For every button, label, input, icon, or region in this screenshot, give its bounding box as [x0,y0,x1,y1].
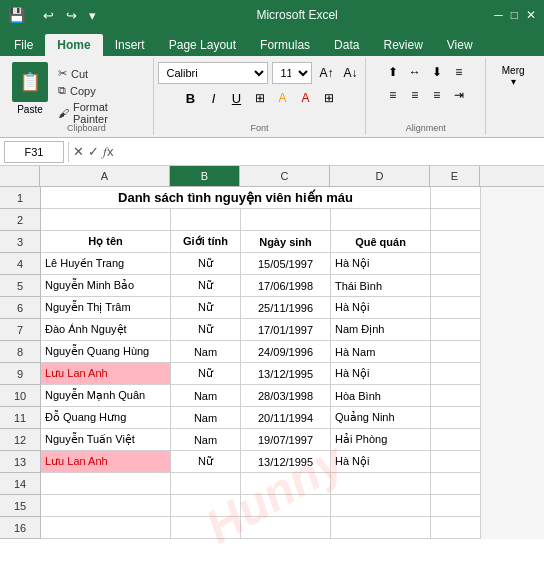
cell-b16[interactable] [171,517,241,539]
tab-formulas[interactable]: Formulas [248,34,322,56]
cell-hometown-12[interactable]: Hải Phòng [331,429,431,451]
cell-a14[interactable] [41,473,171,495]
cell-gender-9[interactable]: Nữ [171,363,241,385]
confirm-formula-icon[interactable]: ✓ [88,144,99,159]
cell-hometown-7[interactable]: Nam Định [331,319,431,341]
cell-gender-6[interactable]: Nữ [171,297,241,319]
cell-hometown-6[interactable]: Hà Nội [331,297,431,319]
tab-data[interactable]: Data [322,34,371,56]
indent-button[interactable]: ⇥ [449,85,469,105]
italic-button[interactable]: I [204,88,224,108]
cell-gender-5[interactable]: Nữ [171,275,241,297]
col-header-c[interactable]: C [240,166,330,186]
cell-gender-12[interactable]: Nam [171,429,241,451]
cell-hometown-13[interactable]: Hà Nội [331,451,431,473]
col-header-e[interactable]: E [430,166,480,186]
col-header-a[interactable]: A [40,166,170,186]
cell-c2[interactable] [241,209,331,231]
minimize-icon[interactable]: ─ [494,8,503,22]
cell-a2[interactable] [41,209,171,231]
border-button[interactable]: ⊞ [250,88,270,108]
align-right-button[interactable]: ≡ [427,85,447,105]
header-gender[interactable]: Giới tính [171,231,241,253]
cancel-formula-icon[interactable]: ✕ [73,144,84,159]
customize-icon[interactable]: ▾ [85,6,100,25]
cell-hometown-4[interactable]: Hà Nội [331,253,431,275]
cell-c16[interactable] [241,517,331,539]
merge-button[interactable]: Merg ▾ [494,66,532,86]
increase-font-button[interactable]: A↑ [316,63,338,83]
cell-dob-5[interactable]: 17/06/1998 [241,275,331,297]
align-center-button[interactable]: ≡ [405,85,425,105]
cell-e9[interactable] [431,363,481,385]
cell-e1[interactable] [431,187,481,209]
cell-b15[interactable] [171,495,241,517]
cell-d16[interactable] [331,517,431,539]
redo-icon[interactable]: ↪ [62,6,81,25]
cell-dob-4[interactable]: 15/05/1997 [241,253,331,275]
align-bottom-button[interactable]: ⬇ [427,62,447,82]
cell-b2[interactable] [171,209,241,231]
cell-name-4[interactable]: Lê Huyền Trang [41,253,171,275]
font-more-button[interactable]: ⊞ [319,88,339,108]
align-left-button[interactable]: ≡ [383,85,403,105]
cell-e11[interactable] [431,407,481,429]
cell-a16[interactable] [41,517,171,539]
cell-gender-13[interactable]: Nữ [171,451,241,473]
cell-dob-10[interactable]: 28/03/1998 [241,385,331,407]
cut-button[interactable]: ✂ Cut [56,66,145,81]
cell-gender-8[interactable]: Nam [171,341,241,363]
align-top-button[interactable]: ⬆ [383,62,403,82]
tab-review[interactable]: Review [371,34,434,56]
header-dob[interactable]: Ngày sinh [241,231,331,253]
cell-e10[interactable] [431,385,481,407]
cell-dob-7[interactable]: 17/01/1997 [241,319,331,341]
cell-name-8[interactable]: Nguyễn Quang Hùng [41,341,171,363]
copy-button[interactable]: ⧉ Copy [56,83,145,98]
col-header-b[interactable]: B [170,166,240,186]
font-name-select[interactable]: Calibri [158,62,268,84]
tab-home[interactable]: Home [45,34,102,56]
cell-gender-10[interactable]: Nam [171,385,241,407]
cell-hometown-8[interactable]: Hà Nam [331,341,431,363]
bold-button[interactable]: B [181,88,201,108]
cell-name-13[interactable]: Lưu Lan Anh [41,451,171,473]
cell-e6[interactable] [431,297,481,319]
cell-gender-11[interactable]: Nam [171,407,241,429]
cell-e8[interactable] [431,341,481,363]
cell-name-11[interactable]: Đỗ Quang Hưng [41,407,171,429]
cell-e12[interactable] [431,429,481,451]
close-icon[interactable]: ✕ [526,8,536,22]
cell-name-9[interactable]: Lưu Lan Anh [41,363,171,385]
cell-name-6[interactable]: Nguyễn Thị Trâm [41,297,171,319]
cell-hometown-9[interactable]: Hà Nội [331,363,431,385]
align-middle-button[interactable]: ↔ [405,62,425,82]
fill-color-button[interactable]: A [273,88,293,108]
formula-input[interactable] [114,143,541,161]
font-color-button[interactable]: A [296,88,316,108]
cell-dob-12[interactable]: 19/07/1997 [241,429,331,451]
tab-pagelayout[interactable]: Page Layout [157,34,248,56]
paste-button[interactable]: 📋 Paste [12,62,48,115]
tab-insert[interactable]: Insert [103,34,157,56]
font-size-select[interactable]: 11 [272,62,312,84]
cell-dob-13[interactable]: 13/12/1995 [241,451,331,473]
undo-icon[interactable]: ↩ [39,6,58,25]
cell-gender-7[interactable]: Nữ [171,319,241,341]
cell-reference-input[interactable]: F31 [4,141,64,163]
cell-e2[interactable] [431,209,481,231]
header-hometown[interactable]: Quê quán [331,231,431,253]
insert-function-icon[interactable]: 𝑓x [103,144,114,160]
cell-dob-8[interactable]: 24/09/1996 [241,341,331,363]
cell-d15[interactable] [331,495,431,517]
cell-e7[interactable] [431,319,481,341]
cell-e5[interactable] [431,275,481,297]
cell-dob-11[interactable]: 20/11/1994 [241,407,331,429]
cell-hometown-10[interactable]: Hòa Bình [331,385,431,407]
col-header-d[interactable]: D [330,166,430,186]
wrap-text-button[interactable]: ≡ [449,62,469,82]
cell-d2[interactable] [331,209,431,231]
save-icon[interactable]: 💾 [8,7,25,23]
cell-name-5[interactable]: Nguyễn Minh Bảo [41,275,171,297]
cell-e14[interactable] [431,473,481,495]
